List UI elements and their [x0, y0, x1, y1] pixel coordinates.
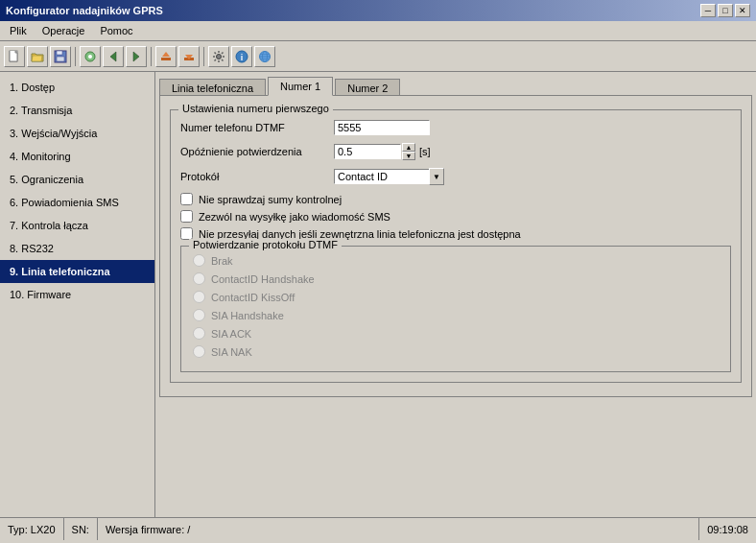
protocol-row: Protokół Contact ID SIA DTMF ▼: [180, 168, 731, 185]
open-button[interactable]: [27, 46, 48, 67]
delay-spinner: ▲ ▼ [s]: [334, 143, 431, 160]
info-button[interactable]: i: [231, 46, 252, 67]
save-button[interactable]: [50, 46, 71, 67]
sidebar-item-dostep[interactable]: 1. Dostęp: [0, 76, 154, 99]
radio-sia-handshake-label: SIA Handshake: [211, 310, 284, 321]
settings-group-box: Ustawienia numeru pierwszego Numer telef…: [170, 109, 742, 383]
maximize-button[interactable]: □: [718, 4, 733, 17]
menu-plik[interactable]: Plik: [4, 23, 33, 38]
svg-rect-2: [57, 51, 62, 55]
globe-button[interactable]: [254, 46, 275, 67]
status-type: Typ: LX20: [0, 518, 64, 540]
radio-contactid-kissoff-label: ContactID KissOff: [211, 292, 295, 303]
spinner-buttons: ▲ ▼: [402, 143, 415, 160]
phone-label: Numer telefonu DTMF: [180, 122, 334, 133]
connect-button[interactable]: [80, 46, 101, 67]
sidebar-item-ograniczenia[interactable]: 5. Ograniczenia: [0, 168, 154, 191]
status-time: 09:19:08: [699, 518, 756, 540]
content-area: Linia telefoniczna Numer 1 Numer 2 Ustaw…: [155, 72, 756, 517]
toolbar-separator-1: [75, 47, 76, 66]
radio-group-legend: Potwierdzanie protokołu DTMF: [189, 239, 342, 250]
radio-row-sia-ack: SIA ACK: [193, 327, 719, 340]
radio-row-sia-handshake: SIA Handshake: [193, 309, 719, 321]
menu-pomoc[interactable]: Pomoc: [94, 23, 138, 38]
status-bar: Typ: LX20 SN: Wersja firmware: / 09:19:0…: [0, 517, 756, 540]
toolbar-separator-2: [151, 47, 152, 66]
phone-input[interactable]: [334, 120, 430, 135]
select-arrow-icon[interactable]: ▼: [429, 168, 444, 185]
radio-brak-label: Brak: [211, 255, 233, 267]
spinner-up-button[interactable]: ▲: [402, 143, 415, 152]
sidebar-item-transmisja[interactable]: 2. Transmisja: [0, 99, 154, 122]
arrow-left-button[interactable]: [103, 46, 124, 67]
svg-point-5: [88, 55, 92, 59]
radio-contactid-handshake[interactable]: [193, 272, 205, 285]
svg-rect-8: [161, 58, 171, 60]
delay-row: Opóźnienie potwierdzenia ▲ ▼ [s]: [180, 143, 731, 160]
delay-input[interactable]: [334, 144, 401, 159]
group-box-legend: Ustawienia numeru pierwszego: [178, 103, 333, 114]
window-controls: ─ □ ✕: [700, 4, 750, 17]
minimize-button[interactable]: ─: [700, 4, 716, 17]
svg-rect-3: [57, 57, 64, 61]
tab-content: Ustawienia numeru pierwszego Numer telef…: [159, 95, 752, 397]
radio-group-box: Potwierdzanie protokołu DTMF Brak Contac…: [180, 246, 731, 372]
sidebar: 1. Dostęp 2. Transmisja 3. Wejścia/Wyjśc…: [0, 72, 155, 517]
upload-button[interactable]: [155, 46, 177, 67]
checkbox-row-2: Zezwól na wysyłkę jako wiadomość SMS: [180, 210, 731, 223]
protocol-select[interactable]: Contact ID SIA DTMF: [334, 169, 430, 184]
sidebar-item-wejscia[interactable]: 3. Wejścia/Wyjścia: [0, 122, 154, 145]
toolbar: i: [0, 41, 756, 72]
checkbox-sms[interactable]: [180, 210, 193, 223]
sidebar-item-linia[interactable]: 9. Linia telefoniczna: [0, 260, 154, 283]
protocol-select-wrap: Contact ID SIA DTMF ▼: [334, 168, 444, 185]
phone-row: Numer telefonu DTMF: [180, 120, 731, 135]
settings-button[interactable]: [208, 46, 229, 67]
sidebar-item-firmware[interactable]: 10. Firmware: [0, 283, 154, 306]
sidebar-item-rs232[interactable]: 8. RS232: [0, 237, 154, 260]
radio-contactid-handshake-label: ContactID Handshake: [211, 273, 315, 285]
sidebar-item-kontrola[interactable]: 7. Kontrola łącza: [0, 214, 154, 237]
checkbox-sumy[interactable]: [180, 193, 193, 205]
radio-brak[interactable]: [193, 254, 205, 267]
svg-marker-9: [162, 52, 170, 57]
close-button[interactable]: ✕: [735, 4, 750, 17]
status-sn: SN:: [64, 518, 98, 540]
radio-sia-nak[interactable]: [193, 345, 205, 358]
checkbox-sumy-label: Nie sprawdzaj sumy kontrolnej: [199, 194, 342, 205]
radio-contactid-kissoff[interactable]: [193, 291, 205, 303]
svg-marker-7: [133, 52, 139, 61]
radio-row-contactid-handshake: ContactID Handshake: [193, 272, 719, 285]
checkbox-sms-label: Zezwól na wysyłkę jako wiadomość SMS: [199, 211, 390, 223]
status-firmware: Wersja firmware: /: [98, 518, 699, 540]
arrow-right-button[interactable]: [126, 46, 147, 67]
window-title: Konfigurator nadajników GPRS: [6, 5, 163, 16]
protocol-label: Protokół: [180, 171, 334, 182]
new-button[interactable]: [4, 46, 25, 67]
sidebar-item-monitoring[interactable]: 4. Monitoring: [0, 145, 154, 168]
download-button[interactable]: [178, 46, 200, 67]
delay-unit: [s]: [419, 146, 431, 157]
spinner-down-button[interactable]: ▼: [402, 152, 415, 160]
main-layout: 1. Dostęp 2. Transmisja 3. Wejścia/Wyjśc…: [0, 72, 756, 517]
radio-sia-ack-label: SIA ACK: [211, 328, 251, 340]
checkbox-zewnetrzna-label: Nie przesyłaj danych jeśli zewnętrzna li…: [199, 228, 521, 240]
delay-label: Opóźnienie potwierdzenia: [180, 146, 334, 157]
radio-sia-handshake[interactable]: [193, 309, 205, 321]
radio-row-brak: Brak: [193, 254, 719, 267]
svg-marker-6: [110, 52, 116, 61]
svg-text:i: i: [241, 53, 244, 62]
tab-bar: Linia telefoniczna Numer 1 Numer 2: [159, 76, 752, 95]
tab-numer1[interactable]: Numer 1: [268, 77, 333, 96]
menu-operacje[interactable]: Operacje: [36, 23, 91, 38]
title-bar: Konfigurator nadajników GPRS ─ □ ✕: [0, 0, 756, 21]
radio-sia-nak-label: SIA NAK: [211, 346, 252, 358]
toolbar-separator-3: [203, 47, 204, 66]
sidebar-item-powiadomienia[interactable]: 6. Powiadomienia SMS: [0, 191, 154, 214]
svg-point-12: [217, 54, 222, 59]
radio-sia-ack[interactable]: [193, 327, 205, 340]
checkbox-row-1: Nie sprawdzaj sumy kontrolnej: [180, 193, 731, 205]
menu-bar: Plik Operacje Pomoc: [0, 21, 756, 41]
radio-row-contactid-kissoff: ContactID KissOff: [193, 291, 719, 303]
radio-row-sia-nak: SIA NAK: [193, 345, 719, 358]
